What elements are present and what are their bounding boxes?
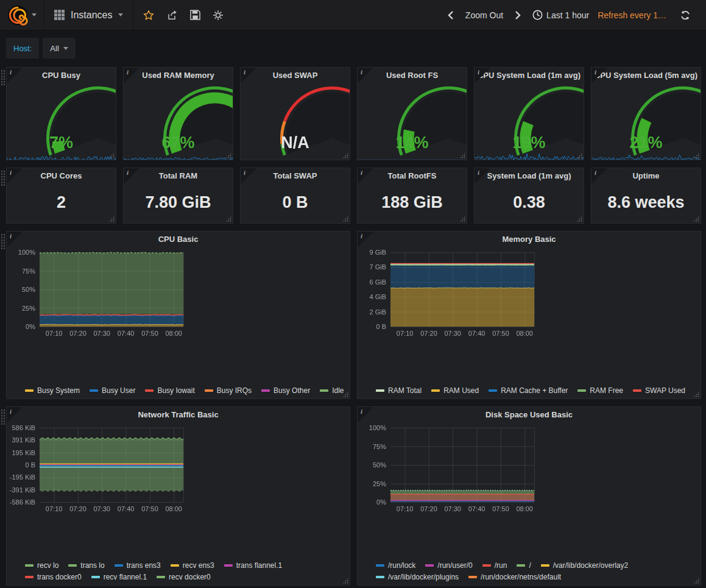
time-forward-chevron-icon[interactable] bbox=[512, 0, 524, 30]
legend-item[interactable]: trans ens3 bbox=[115, 561, 161, 570]
row-drag-handle[interactable] bbox=[1, 409, 5, 425]
legend-swatch bbox=[633, 389, 641, 392]
legend-label: /var/lib/docker/plugins bbox=[388, 573, 459, 581]
dashboard-title[interactable]: Instances bbox=[71, 10, 112, 21]
legend-item[interactable]: Busy Other bbox=[261, 386, 310, 395]
chart-canvas[interactable] bbox=[7, 247, 189, 339]
panel-title[interactable]: Total SWAP bbox=[241, 168, 350, 184]
legend-item[interactable]: Busy Iowait bbox=[145, 386, 194, 395]
legend-item[interactable]: trans lo bbox=[68, 561, 104, 570]
panel-uptime: i Uptime 8.6 weeks bbox=[591, 168, 701, 224]
legend-item[interactable]: RAM Free bbox=[577, 386, 623, 395]
chevron-down-icon bbox=[32, 13, 37, 16]
legend-item[interactable]: /var/lib/docker/overlay2 bbox=[541, 561, 628, 570]
panel-sysload-1m: i CPU System Load (1m avg) 19% bbox=[474, 67, 584, 160]
chart-canvas[interactable] bbox=[358, 247, 540, 339]
legend-item[interactable]: trans docker0 bbox=[25, 573, 82, 581]
dashboard-submenu: Host: All bbox=[0, 30, 706, 65]
legend-swatch bbox=[261, 389, 270, 392]
gauge-value: 19% bbox=[475, 133, 584, 152]
stat-row: i CPU Cores 2 i Total RAM 7.80 GiB i Tot… bbox=[6, 168, 701, 224]
legend-swatch bbox=[468, 576, 477, 578]
save-button[interactable] bbox=[185, 0, 205, 30]
row-drag-handle[interactable] bbox=[1, 69, 5, 85]
legend-item[interactable]: /run/user/0 bbox=[425, 561, 472, 570]
legend-item[interactable]: /var/lib/docker/plugins bbox=[376, 573, 459, 581]
grafana-logo-icon bbox=[7, 5, 28, 26]
gauge[interactable]: 14% bbox=[358, 83, 467, 160]
legend-item[interactable]: RAM Total bbox=[376, 386, 422, 395]
zoom-out-button[interactable]: Zoom Out bbox=[465, 10, 503, 20]
panel-title[interactable]: CPU Cores bbox=[7, 168, 116, 184]
legend-swatch bbox=[205, 389, 213, 392]
panel-title[interactable]: Used SWAP bbox=[241, 68, 350, 83]
legend-item[interactable]: / bbox=[517, 561, 531, 570]
panel-title[interactable]: Disk Space Used Basic bbox=[358, 407, 701, 423]
legend-swatch bbox=[482, 564, 491, 567]
refresh-icon[interactable] bbox=[675, 0, 696, 30]
chart-legend: recv lotrans lotrans ens3recv ens3trans … bbox=[7, 559, 350, 585]
host-variable-dropdown[interactable]: All bbox=[43, 38, 75, 58]
panel-title[interactable]: Total RAM bbox=[124, 168, 233, 184]
legend-item[interactable]: recv docker0 bbox=[157, 573, 211, 581]
panel-sysload-5m: i CPU System Load (5m avg) 21% bbox=[591, 67, 701, 160]
legend-item[interactable]: /run bbox=[482, 561, 507, 570]
legend-item[interactable]: RAM Used bbox=[431, 386, 479, 395]
panel-used-ram: i Used RAM Memory 67% bbox=[123, 67, 233, 160]
gauge[interactable]: 19% bbox=[475, 83, 584, 160]
panel-title[interactable]: Network Traffic Basic bbox=[7, 407, 350, 423]
gauge-value: 67% bbox=[124, 133, 233, 152]
gauge[interactable]: 67% bbox=[124, 83, 233, 160]
legend-label: Busy IRQs bbox=[217, 386, 252, 395]
legend-label: trans flannel.1 bbox=[236, 561, 282, 570]
panel-title[interactable]: System Load (1m avg) bbox=[475, 168, 584, 184]
panel-title[interactable]: Memory Basic bbox=[358, 232, 701, 247]
legend-item[interactable]: recv flannel.1 bbox=[91, 573, 147, 581]
gauge[interactable]: N/A bbox=[241, 83, 350, 160]
panel-title[interactable]: CPU System Load (1m avg) bbox=[475, 68, 584, 83]
time-back-chevron-icon[interactable] bbox=[445, 0, 457, 30]
chart-canvas[interactable] bbox=[358, 423, 540, 514]
row-drag-handle[interactable] bbox=[1, 233, 5, 249]
legend-item[interactable]: Busy IRQs bbox=[205, 386, 252, 395]
chevron-down-icon bbox=[118, 13, 123, 16]
panel-cpu-cores: i CPU Cores 2 bbox=[6, 168, 116, 224]
legend-swatch bbox=[376, 389, 384, 392]
share-button[interactable] bbox=[161, 0, 182, 30]
legend-label: RAM Total bbox=[388, 386, 422, 395]
chart-row-1: i CPU Basic Busy SystemBusy UserBusy Iow… bbox=[6, 231, 701, 399]
panel-title[interactable]: Total RootFS bbox=[358, 168, 467, 184]
row-drag-handle[interactable] bbox=[1, 170, 5, 186]
settings-gear-icon[interactable] bbox=[208, 0, 228, 30]
gauge[interactable]: 21% bbox=[591, 83, 701, 160]
panel-title[interactable]: Uptime bbox=[591, 168, 701, 184]
legend-item[interactable]: Busy User bbox=[90, 386, 135, 395]
legend-item[interactable]: recv lo bbox=[25, 561, 58, 570]
panel-title[interactable]: CPU Basic bbox=[7, 232, 350, 247]
panel-title[interactable]: CPU System Load (5m avg) bbox=[591, 68, 701, 83]
legend-label: Busy User bbox=[102, 386, 135, 395]
legend-item[interactable]: RAM Cache + Buffer bbox=[489, 386, 568, 395]
star-button[interactable] bbox=[138, 0, 159, 30]
legend-swatch bbox=[224, 564, 233, 567]
legend-item[interactable]: trans flannel.1 bbox=[224, 561, 282, 570]
panel-title[interactable]: CPU Busy bbox=[7, 68, 116, 83]
gauge[interactable]: 7% bbox=[7, 83, 116, 160]
legend-item[interactable]: Idle bbox=[320, 386, 344, 395]
legend-swatch bbox=[517, 564, 525, 567]
legend-label: /run/docker/netns/default bbox=[481, 573, 561, 581]
grafana-menu-button[interactable] bbox=[0, 0, 44, 30]
chart-canvas[interactable] bbox=[7, 423, 189, 514]
legend-swatch bbox=[425, 564, 434, 567]
refresh-interval-button[interactable]: Refresh every 1… bbox=[598, 10, 666, 20]
gauge-value: 14% bbox=[358, 133, 467, 152]
legend-item[interactable]: SWAP Used bbox=[633, 386, 685, 395]
panel-title[interactable]: Used RAM Memory bbox=[124, 68, 233, 83]
legend-item[interactable]: /run/docker/netns/default bbox=[468, 573, 561, 581]
legend-item[interactable]: /run/lock bbox=[376, 561, 415, 570]
time-range-picker[interactable]: Last 1 hour bbox=[532, 10, 589, 20]
panel-title[interactable]: Used Root FS bbox=[358, 68, 467, 83]
legend-item[interactable]: recv ens3 bbox=[171, 561, 214, 570]
panel-used-swap: i Used SWAP N/A bbox=[240, 67, 350, 160]
legend-item[interactable]: Busy System bbox=[25, 386, 80, 395]
